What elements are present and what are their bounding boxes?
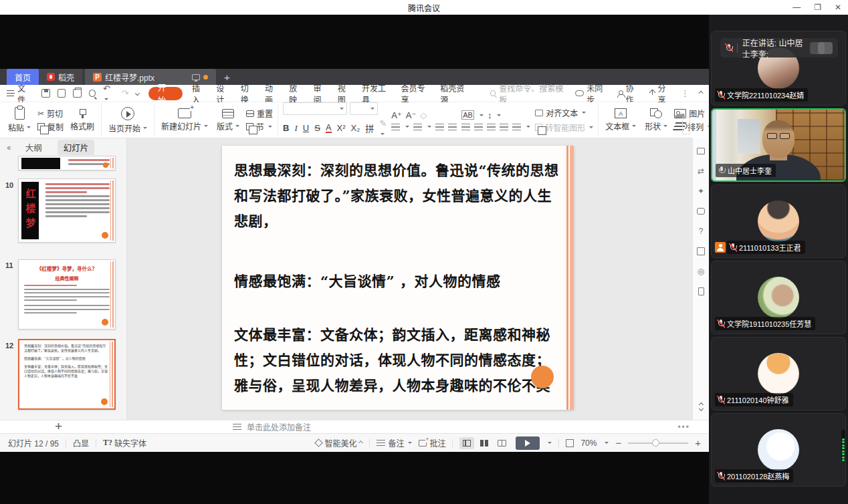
file-menu[interactable]: 文件 <box>7 82 32 105</box>
save-icon[interactable] <box>41 89 50 98</box>
shapes-button[interactable]: 形状 <box>643 108 669 132</box>
line-spacing-icon[interactable] <box>512 124 521 130</box>
ribbon-expand-icon[interactable]: ❯ <box>682 117 690 134</box>
slideshow-tool-icon[interactable] <box>696 146 706 156</box>
char-spacing-icon[interactable]: AB <box>461 110 474 120</box>
increase-font-button[interactable]: A⁺ <box>391 110 402 120</box>
highlight-button[interactable]: ✎ <box>379 118 387 138</box>
clear-format-icon[interactable]: ◇ <box>420 110 427 120</box>
slide-thumbnail-11[interactable]: 《红楼梦》寻梦，寻什么？ 经典性阐释 <box>18 259 116 330</box>
menu-view[interactable]: 视图 <box>338 82 352 105</box>
close-button[interactable]: ✕ <box>835 0 841 15</box>
missing-font-warning[interactable]: T? 缺失字体 <box>103 437 146 449</box>
tab-slides[interactable]: 幻灯片 <box>58 140 95 155</box>
comments-button[interactable]: 批注 <box>419 437 445 449</box>
collapse-panel-icon[interactable]: ‹‹ <box>7 142 10 152</box>
text-box-button[interactable]: A 文本框 <box>603 108 638 132</box>
notes-toggle-button[interactable]: 备注 <box>377 437 412 449</box>
layout-button[interactable]: 版式 <box>215 109 241 132</box>
font-color-button[interactable]: A <box>326 124 332 133</box>
next-slide-chevrons[interactable] <box>700 403 703 410</box>
undo-icon[interactable]: ↶ <box>103 84 114 104</box>
format-painter-button[interactable]: 格式刷 <box>68 109 96 132</box>
selection-pane-icon[interactable] <box>696 247 706 256</box>
zoom-slider-knob[interactable] <box>652 439 659 447</box>
participant-tile-renfanghui[interactable]: 文学院1911010235任芳慧 <box>711 261 846 334</box>
maximize-button[interactable]: ❐ <box>814 0 821 15</box>
zoom-in-button[interactable]: + <box>695 437 701 449</box>
sync-status[interactable]: 未同步 <box>575 82 608 105</box>
numbered-list-icon[interactable] <box>413 124 422 130</box>
decrease-font-button[interactable]: A⁻ <box>406 110 417 120</box>
menu-slideshow[interactable]: 放映 <box>289 82 304 105</box>
cut-button[interactable]: ✂剪切 <box>37 108 64 119</box>
section-button[interactable]: 节 <box>246 121 273 132</box>
menu-review[interactable]: 审阅 <box>313 82 328 105</box>
font-name-select[interactable] <box>283 102 347 115</box>
notes-more-icon[interactable]: ••• <box>677 422 690 432</box>
play-from-current-button[interactable]: 当页开始 <box>106 107 149 134</box>
normal-view-button[interactable] <box>459 437 474 449</box>
reset-button[interactable]: 重置 <box>246 108 273 119</box>
sidebar-pane-icon[interactable] <box>696 287 706 296</box>
fit-slide-icon[interactable] <box>566 439 574 447</box>
presentation-mode-icon[interactable] <box>192 74 200 80</box>
minimize-button[interactable]: — <box>792 0 801 15</box>
participant-tile-liku-speaking[interactable]: 山中居士李奎 <box>711 108 846 182</box>
new-slide-button[interactable]: 新建幻灯片 <box>159 108 210 132</box>
comment-pane-icon[interactable] <box>696 207 706 216</box>
menu-design[interactable]: 设计 <box>216 82 231 105</box>
bold-button[interactable]: B <box>283 123 289 133</box>
phonetic-button[interactable]: 拼 <box>365 122 374 134</box>
align-left-icon[interactable] <box>461 124 470 130</box>
justify-icon[interactable] <box>500 124 508 130</box>
zoom-out-button[interactable]: − <box>615 437 621 449</box>
decrease-indent-icon[interactable] <box>435 124 444 130</box>
target-tool-icon[interactable]: ◎ <box>696 267 706 276</box>
help-icon[interactable]: ? <box>696 227 706 236</box>
underline-button[interactable]: U <box>303 123 309 133</box>
menu-animation[interactable]: 动画 <box>265 82 280 105</box>
italic-button[interactable]: I <box>295 123 298 134</box>
highlight-tool[interactable]: 凸显 <box>73 437 89 449</box>
switch-tool-icon[interactable]: ⇄ <box>696 166 706 176</box>
slide-sorter-view-button[interactable] <box>477 437 492 449</box>
thumbnail-list[interactable]: 10 红楼梦 11 <box>0 156 126 420</box>
subscript-button[interactable]: X₂ <box>351 123 360 133</box>
align-right-icon[interactable] <box>487 124 496 130</box>
zoom-slider[interactable] <box>628 443 688 444</box>
menu-transition[interactable]: 切换 <box>241 82 255 105</box>
print-preview-icon[interactable] <box>89 90 96 97</box>
menu-insert[interactable]: 插入 <box>192 82 207 105</box>
print-icon[interactable] <box>73 89 82 98</box>
superscript-button[interactable]: X² <box>337 123 346 133</box>
play-options-icon[interactable] <box>548 442 552 444</box>
smart-beautify-button[interactable]: 智能美化 <box>316 437 362 449</box>
slide-thumbnail-9[interactable] <box>18 156 116 170</box>
participant-tile-zhongshuya[interactable]: 2111020140钟舒雅 <box>711 337 846 410</box>
strikethrough-button[interactable]: S <box>314 123 320 133</box>
redo-icon[interactable]: ↷ <box>121 88 128 98</box>
arrange-button[interactable]: 排列 <box>674 121 713 132</box>
picture-button[interactable]: 图片 <box>674 108 713 119</box>
effects-tool-icon[interactable]: ✦ <box>696 186 706 196</box>
tab-outline[interactable]: 大纲 <box>19 140 48 155</box>
share-button[interactable]: 分享 <box>649 82 672 105</box>
to-smartart-button[interactable]: 转智能图形 <box>535 122 593 133</box>
participant-tile-wangzhengjun[interactable]: 2111010133王正君 <box>711 184 846 258</box>
command-search[interactable]: 查找命令、搜索模板 <box>490 82 566 105</box>
collapse-ribbon-icon[interactable] <box>698 91 703 96</box>
menu-devtools[interactable]: 开发工具 <box>362 82 392 105</box>
slide-thumbnail-10[interactable]: 红楼梦 <box>18 178 116 243</box>
menu-member[interactable]: 会员专享 <box>401 82 431 105</box>
participant-tile-zhaoyanmei[interactable]: 2011020128赵燕梅 <box>711 413 846 487</box>
current-slide[interactable]: 思想最深刻：深刻的思想价值。鲁迅说“传统的思想和写法都打破了。”家族衰败，女性普… <box>222 146 574 410</box>
more-menu-icon[interactable]: ⋮ <box>681 89 690 98</box>
text-direction-icon[interactable]: ↕ <box>488 110 492 120</box>
notes-placeholder[interactable]: 单击此处添加备注 <box>247 421 311 432</box>
slide-canvas[interactable]: 思想最深刻：深刻的思想价值。鲁迅说“传统的思想和写法都打破了。”家族衰败，女性普… <box>127 138 692 420</box>
add-slide-button[interactable]: + <box>55 419 62 434</box>
font-size-select[interactable] <box>350 102 378 115</box>
menu-docer-resources[interactable]: 稻壳资源 <box>440 82 470 105</box>
notes-bar[interactable]: + 单击此处添加备注 ••• <box>0 420 709 433</box>
